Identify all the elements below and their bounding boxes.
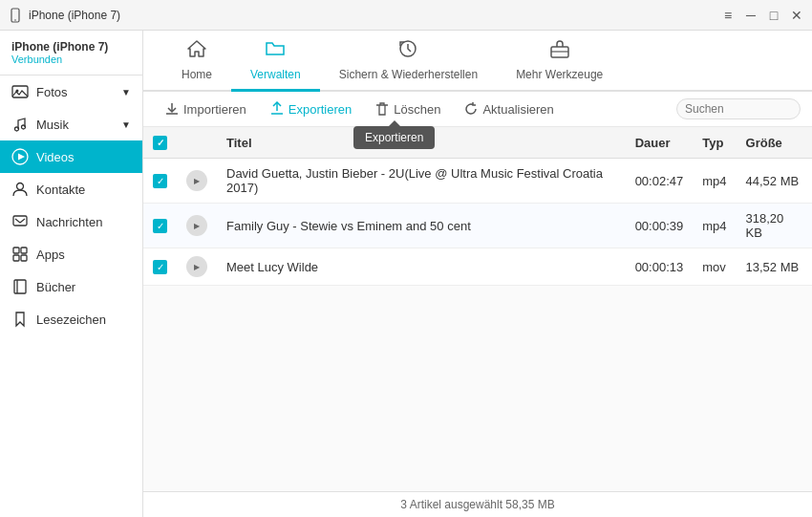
titlebar-buttons[interactable]: ≡ ─ □ ✕ — [720, 8, 804, 23]
search-input[interactable] — [676, 98, 801, 119]
sidebar-item-kontakte[interactable]: Kontakte — [0, 173, 142, 205]
sidebar-item-nachrichten[interactable]: Nachrichten — [0, 205, 142, 238]
chevron-down-icon: ▼ — [121, 119, 131, 130]
row2-dauer: 00:00:39 — [626, 204, 694, 248]
content-area: Home Verwalten Sichern & Wiederherstelle… — [143, 31, 812, 517]
sidebar-label-apps: Apps — [36, 248, 65, 262]
table-header-row: ✓ Titel Dauer Typ Größe — [143, 127, 812, 159]
sidebar-label-nachrichten: Nachrichten — [36, 215, 102, 229]
folder-icon — [265, 38, 286, 64]
person-icon — [11, 181, 29, 198]
row3-check-cell: ✓ — [143, 248, 177, 286]
table-container: ✓ Titel Dauer Typ Größe ✓ — [143, 127, 812, 491]
sidebar-label-kontakte: Kontakte — [36, 183, 85, 197]
sidebar-item-lesezeichen[interactable]: Lesezeichen — [0, 303, 142, 335]
sidebar-label-buecher: Bücher — [36, 280, 75, 294]
nav-item-home[interactable]: Home — [162, 31, 231, 92]
col-check: ✓ — [143, 127, 177, 159]
row1-title: David Guetta, Justin Bieber - 2U(Live @ … — [217, 159, 626, 204]
nav-label-sichern: Sichern & Wiederherstellen — [339, 68, 478, 81]
row1-check-cell: ✓ — [143, 159, 177, 204]
sidebar-item-musik[interactable]: Musik ▼ — [0, 108, 142, 140]
row3-title: Meet Lucy Wilde — [217, 248, 626, 286]
svg-rect-14 — [14, 280, 26, 293]
row2-title: Family Guy - Stewie vs Eminem and 50 cen… — [217, 204, 626, 248]
row2-checkbox[interactable]: ✓ — [153, 219, 167, 233]
svg-rect-12 — [13, 255, 19, 261]
import-icon — [164, 101, 180, 117]
table-row: ✓ ▶ Meet Lucy Wilde 00:00:13 mov 13,52 M… — [143, 248, 812, 286]
sidebar-item-videos[interactable]: Videos — [0, 140, 142, 173]
exportieren-label: Exportieren — [288, 102, 352, 117]
row1-typ: mp4 — [693, 159, 736, 204]
svg-marker-7 — [18, 154, 25, 161]
sidebar-item-apps[interactable]: Apps — [0, 238, 142, 270]
row2-play-button[interactable]: ▶ — [186, 215, 207, 236]
bookmark-icon — [11, 311, 29, 328]
nav-label-home: Home — [182, 68, 212, 81]
select-all-checkbox[interactable]: ✓ — [153, 136, 167, 150]
row1-checkbox[interactable]: ✓ — [153, 174, 167, 188]
sidebar-label-videos: Videos — [36, 150, 75, 164]
close-btn[interactable]: ✕ — [789, 8, 804, 23]
row2-play-cell: ▶ — [177, 204, 217, 248]
music-icon — [11, 116, 29, 133]
loeschen-label: Löschen — [394, 102, 440, 117]
svg-point-8 — [17, 183, 24, 190]
photo-icon — [11, 83, 29, 100]
nav-item-sichern[interactable]: Sichern & Wiederherstellen — [320, 31, 497, 92]
table-row: ✓ ▶ Family Guy - Stewie vs Eminem and 50… — [143, 204, 812, 248]
svg-rect-10 — [13, 248, 19, 253]
nav-label-mehr: Mehr Werkzeuge — [516, 68, 603, 81]
loeschen-button[interactable]: Löschen — [365, 97, 450, 120]
row2-check-cell: ✓ — [143, 204, 177, 248]
col-dauer: Dauer — [626, 127, 694, 159]
delete-icon — [374, 101, 390, 117]
maximize-btn[interactable]: □ — [766, 8, 781, 23]
apps-icon — [11, 246, 29, 263]
row1-play-cell: ▶ — [177, 159, 217, 204]
svg-rect-11 — [21, 248, 27, 253]
export-icon — [269, 101, 285, 117]
svg-point-5 — [22, 125, 26, 129]
sidebar-item-fotos[interactable]: Fotos ▼ — [0, 75, 142, 108]
aktualisieren-label: Aktualisieren — [482, 102, 553, 117]
nav-item-mehr[interactable]: Mehr Werkzeuge — [497, 31, 622, 92]
sidebar: iPhone (iPhone 7) Verbunden Fotos ▼ Musi… — [0, 31, 143, 517]
titlebar-left: iPhone (iPhone 7) — [8, 8, 120, 23]
row1-dauer: 00:02:47 — [626, 159, 694, 204]
toolbar: Importieren Exportieren Löschen Aktualis… — [143, 92, 812, 127]
book-icon — [11, 278, 29, 295]
row3-groesse: 13,52 MB — [737, 248, 812, 286]
sidebar-item-buecher[interactable]: Bücher — [0, 270, 142, 303]
col-titel: Titel — [217, 127, 626, 159]
menu-btn[interactable]: ≡ — [720, 8, 736, 23]
sidebar-label-lesezeichen: Lesezeichen — [36, 312, 106, 327]
exportieren-button[interactable]: Exportieren — [260, 97, 361, 120]
row1-groesse: 44,52 MB — [737, 159, 812, 204]
table-row: ✓ ▶ David Guetta, Justin Bieber - 2U(Liv… — [143, 159, 812, 204]
toolbox-icon — [549, 38, 570, 64]
home-icon — [186, 38, 207, 64]
minimize-btn[interactable]: ─ — [743, 8, 759, 23]
svg-rect-2 — [12, 86, 28, 97]
row3-play-button[interactable]: ▶ — [186, 256, 207, 277]
svg-rect-13 — [21, 255, 27, 261]
row2-typ: mp4 — [693, 204, 736, 248]
aktualisieren-button[interactable]: Aktualisieren — [454, 97, 563, 120]
row3-play-cell: ▶ — [177, 248, 217, 286]
refresh-icon — [463, 101, 479, 117]
nav-label-verwalten: Verwalten — [250, 68, 301, 81]
sidebar-label-fotos: Fotos — [36, 85, 68, 99]
nav-item-verwalten[interactable]: Verwalten — [231, 31, 320, 92]
row1-play-button[interactable]: ▶ — [186, 170, 207, 191]
play-icon — [11, 148, 29, 165]
svg-point-1 — [14, 19, 16, 21]
sidebar-device-status: Verbunden — [11, 54, 131, 65]
importieren-button[interactable]: Importieren — [155, 97, 256, 120]
svg-point-4 — [15, 127, 19, 131]
row3-checkbox[interactable]: ✓ — [153, 260, 167, 274]
chevron-down-icon: ▼ — [121, 87, 131, 97]
device-header: iPhone (iPhone 7) Verbunden — [0, 31, 142, 75]
device-title: iPhone (iPhone 7) — [29, 9, 120, 22]
